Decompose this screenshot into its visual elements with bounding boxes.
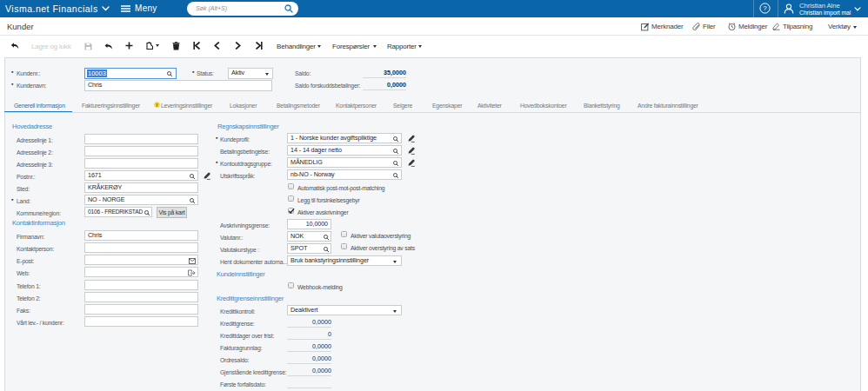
svg-text:!: ! — [157, 103, 158, 108]
svg-text:?: ? — [763, 4, 767, 12]
